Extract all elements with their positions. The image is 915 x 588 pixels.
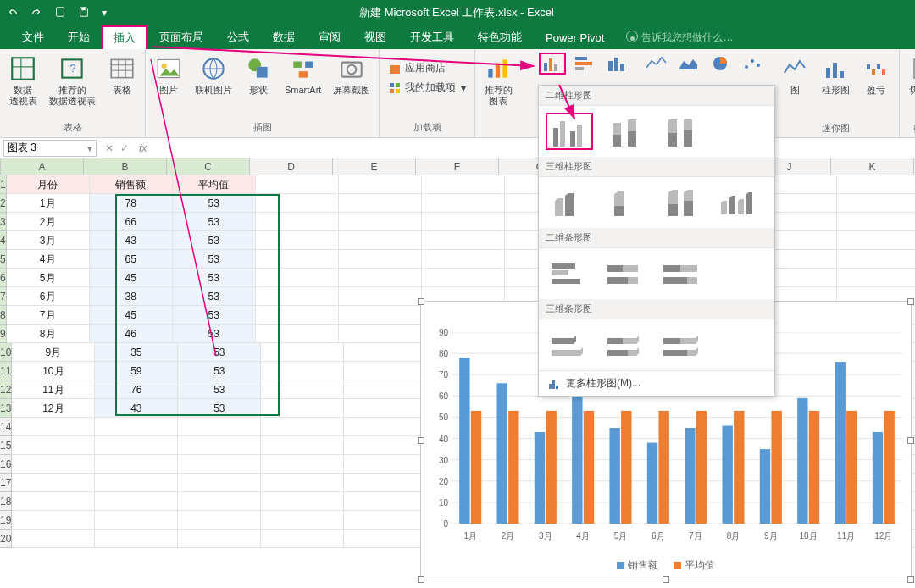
cell[interactable] bbox=[344, 362, 427, 380]
cell[interactable] bbox=[339, 325, 422, 343]
namebox-dropdown-icon[interactable]: ▾ bbox=[87, 142, 92, 154]
cell[interactable] bbox=[261, 511, 344, 530]
cell[interactable]: 35 bbox=[95, 343, 178, 362]
pivot-table-button[interactable]: 数据 透视表 bbox=[5, 53, 41, 108]
column-chart-ribbon-button[interactable] bbox=[539, 53, 566, 75]
cell[interactable] bbox=[837, 213, 915, 231]
cell[interactable]: 53 bbox=[178, 362, 261, 380]
resize-handle[interactable] bbox=[907, 437, 914, 444]
row-header[interactable]: 15 bbox=[0, 436, 12, 455]
cell[interactable] bbox=[422, 175, 505, 194]
cell[interactable]: 45 bbox=[90, 306, 173, 325]
resize-handle[interactable] bbox=[907, 576, 914, 583]
row-header[interactable]: 16 bbox=[0, 455, 12, 474]
select-all-corner[interactable] bbox=[0, 158, 1, 175]
cell[interactable] bbox=[344, 343, 427, 362]
cell[interactable] bbox=[95, 455, 178, 474]
cell[interactable] bbox=[261, 399, 344, 418]
row-header[interactable]: 2 bbox=[0, 194, 7, 213]
cell[interactable] bbox=[261, 436, 344, 455]
cell[interactable]: 销售额 bbox=[90, 175, 173, 194]
cell[interactable] bbox=[422, 213, 505, 231]
cell[interactable]: 53 bbox=[178, 343, 261, 362]
3d-stacked-column-option[interactable] bbox=[602, 184, 649, 221]
100-stacked-column-option[interactable] bbox=[657, 113, 705, 150]
cell[interactable] bbox=[95, 418, 178, 436]
cell[interactable] bbox=[339, 231, 422, 250]
save-icon[interactable] bbox=[78, 6, 90, 20]
cell[interactable]: 月份 bbox=[7, 175, 90, 194]
cell[interactable]: 53 bbox=[173, 250, 256, 269]
row-header[interactable]: 7 bbox=[0, 287, 7, 306]
cell[interactable]: 53 bbox=[173, 325, 256, 343]
column-header[interactable]: F bbox=[416, 158, 499, 175]
recommended-pivot-button[interactable]: ? 推荐的 数据透视表 bbox=[46, 53, 99, 108]
cell[interactable] bbox=[178, 474, 261, 492]
column-sparkline-button[interactable]: 柱形图 bbox=[818, 53, 853, 97]
cell[interactable] bbox=[12, 530, 95, 548]
cell[interactable] bbox=[261, 418, 344, 436]
cell[interactable]: 65 bbox=[90, 250, 173, 269]
cell[interactable]: 5月 bbox=[7, 269, 90, 287]
tell-me[interactable]: 告诉我您想做什么… bbox=[626, 31, 733, 45]
cell[interactable]: 43 bbox=[90, 231, 173, 250]
tab-home[interactable]: 开始 bbox=[56, 25, 102, 49]
cell[interactable]: 66 bbox=[90, 213, 173, 231]
cell[interactable]: 78 bbox=[90, 194, 173, 213]
cell[interactable]: 1月 bbox=[7, 194, 90, 213]
enter-icon[interactable]: ✓ bbox=[120, 142, 129, 154]
cell[interactable] bbox=[837, 250, 915, 269]
tab-data[interactable]: 数据 bbox=[261, 25, 307, 49]
cell[interactable] bbox=[256, 306, 339, 325]
3d-clustered-column-option[interactable] bbox=[546, 184, 593, 221]
row-header[interactable]: 5 bbox=[0, 250, 7, 269]
row-header[interactable]: 3 bbox=[0, 213, 7, 231]
cell[interactable] bbox=[12, 492, 95, 511]
cell[interactable]: 53 bbox=[178, 380, 261, 399]
cell[interactable]: 59 bbox=[95, 362, 178, 380]
cell[interactable]: 53 bbox=[173, 194, 256, 213]
resize-handle[interactable] bbox=[907, 298, 914, 305]
scatter-chart-ribbon-button[interactable] bbox=[739, 53, 766, 75]
cell[interactable] bbox=[95, 492, 178, 511]
tab-special[interactable]: 特色功能 bbox=[466, 25, 534, 49]
cell[interactable]: 46 bbox=[90, 325, 173, 343]
cell[interactable] bbox=[344, 418, 427, 436]
slicer-button[interactable]: 切片器 bbox=[905, 53, 915, 97]
row-header[interactable]: 20 bbox=[0, 530, 12, 548]
cell[interactable] bbox=[261, 343, 344, 362]
winloss-sparkline-button[interactable]: 盈亏 bbox=[858, 53, 894, 97]
cell[interactable] bbox=[422, 269, 505, 287]
row-header[interactable]: 18 bbox=[0, 492, 12, 511]
cell[interactable] bbox=[178, 436, 261, 455]
cell[interactable] bbox=[261, 474, 344, 492]
line-chart-ribbon-button[interactable] bbox=[642, 53, 669, 75]
100-stacked-bar-option[interactable] bbox=[657, 255, 705, 292]
cell[interactable] bbox=[339, 306, 422, 325]
cell[interactable] bbox=[256, 194, 339, 213]
my-addins-button[interactable]: 我的加载项▾ bbox=[385, 79, 469, 97]
row-header[interactable]: 11 bbox=[0, 362, 12, 380]
cell[interactable]: 9月 bbox=[12, 343, 95, 362]
cell[interactable] bbox=[422, 231, 505, 250]
tab-review[interactable]: 审阅 bbox=[307, 25, 352, 49]
cell[interactable]: 38 bbox=[90, 287, 173, 306]
cell[interactable] bbox=[256, 213, 339, 231]
cell[interactable] bbox=[178, 511, 261, 530]
cell[interactable] bbox=[339, 175, 422, 194]
cell[interactable]: 45 bbox=[90, 269, 173, 287]
row-header[interactable]: 12 bbox=[0, 380, 12, 399]
cell[interactable]: 平均值 bbox=[173, 175, 256, 194]
3d-clustered-bar-option[interactable] bbox=[546, 326, 593, 363]
online-picture-button[interactable]: 联机图片 bbox=[191, 53, 236, 97]
cell[interactable] bbox=[256, 269, 339, 287]
cell[interactable] bbox=[344, 511, 427, 530]
tab-view[interactable]: 视图 bbox=[352, 25, 398, 49]
line-sparkline-button[interactable]: 图 bbox=[777, 53, 812, 97]
cell[interactable] bbox=[344, 492, 427, 511]
clustered-column-option[interactable] bbox=[546, 113, 593, 150]
cell[interactable] bbox=[12, 418, 95, 436]
cell[interactable]: 7月 bbox=[7, 306, 90, 325]
cell[interactable]: 6月 bbox=[7, 287, 90, 306]
bar-chart-ribbon-button[interactable] bbox=[571, 53, 598, 75]
